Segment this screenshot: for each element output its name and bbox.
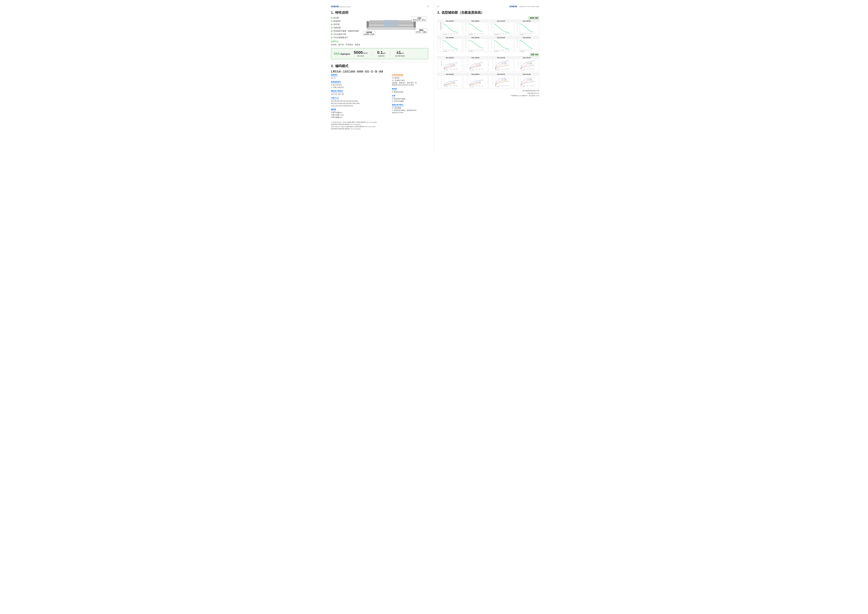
svg-text:800: 800 bbox=[507, 86, 508, 86]
svg-text:0: 0 bbox=[440, 49, 440, 50]
svg-text:600: 600 bbox=[479, 69, 480, 70]
svg-text:Load 40 kg: Load 40 kg bbox=[529, 80, 532, 81]
svg-text:20: 20 bbox=[465, 30, 467, 31]
svg-text:Payload [kg]: Payload [kg] bbox=[494, 34, 499, 35]
svg-text:60: 60 bbox=[440, 26, 441, 27]
enc-val-cable: S*: 标准规格C: 其他长度与接头，请连系HIWIN MIKROSYSTEM bbox=[392, 107, 428, 114]
svg-text:0: 0 bbox=[470, 69, 470, 70]
label-base-title: 铝挤底座 bbox=[366, 31, 372, 33]
chart-title: SSA-18S200 bbox=[463, 56, 488, 59]
svg-text:Stroke [mm]: Stroke [mm] bbox=[495, 86, 499, 87]
svg-text:20: 20 bbox=[465, 47, 467, 48]
svg-text:200: 200 bbox=[447, 69, 448, 70]
chart-ssa18c100-accel: SSA-18C100 0 20 40 60 80 120 0 10 20 30 bbox=[489, 20, 514, 35]
chart-svg: 0 1.0 2.0 3.0 4.0 0 200 400 600 800 Stro… bbox=[515, 59, 539, 72]
svg-text:Stroke [mm]: Stroke [mm] bbox=[495, 70, 499, 71]
svg-text:0: 0 bbox=[467, 68, 467, 69]
svg-text:Load 1 kg: Load 1 kg bbox=[503, 78, 506, 79]
svg-text:20: 20 bbox=[525, 33, 526, 34]
chart-svg: 0 20 40 60 80 120 0 10 20 30 40 50 Paylo… bbox=[489, 39, 513, 51]
svg-text:Payload [kg]: Payload [kg] bbox=[469, 51, 473, 51]
svg-text:2.0: 2.0 bbox=[467, 76, 468, 77]
svg-text:Load 1 kg: Load 1 kg bbox=[452, 64, 455, 64]
svg-text:60: 60 bbox=[517, 43, 518, 44]
svg-text:0: 0 bbox=[491, 49, 491, 50]
svg-text:60: 60 bbox=[465, 26, 467, 27]
label-top-title: 上盖板 bbox=[417, 17, 421, 19]
svg-text:0: 0 bbox=[441, 68, 442, 69]
section3-title: 3. 选型辅助图（负载速度曲线） bbox=[437, 10, 539, 15]
svg-text:Load 30 kg: Load 30 kg bbox=[452, 65, 455, 66]
svg-text:1.0: 1.0 bbox=[492, 83, 493, 84]
enc-item-cover: 外罩 S: 标准外罩与侧盖N: 无外罩与侧盖 bbox=[392, 95, 428, 103]
enc-label-driver: 驱动器 bbox=[392, 88, 397, 90]
svg-text:0: 0 bbox=[491, 33, 491, 34]
svg-text:Load 40 kg: Load 40 kg bbox=[452, 83, 455, 84]
svg-text:2.0: 2.0 bbox=[492, 65, 493, 65]
svg-text:0: 0 bbox=[517, 33, 517, 34]
svg-text:Stroke [mm]: Stroke [mm] bbox=[444, 86, 448, 87]
chart-svg: 0 20 40 60 80 120 0 10 20 30 40 Payload … bbox=[515, 39, 539, 51]
enc-label-stroke: 行程 [mm] bbox=[331, 97, 339, 99]
svg-text:Load 50 kg: Load 50 kg bbox=[477, 83, 480, 84]
chart-title: SSA-18C200 bbox=[515, 56, 539, 59]
svg-rect-5 bbox=[384, 20, 398, 28]
accel-subtitle: 加速度~负载 bbox=[529, 17, 539, 19]
svg-text:50: 50 bbox=[508, 33, 509, 34]
hiwin-logo-right: HIWIN bbox=[509, 5, 517, 8]
svg-text:120: 120 bbox=[465, 23, 467, 24]
enc-label-cable: 接线长度与接头 bbox=[392, 104, 403, 107]
hl-res-value: 0.1 bbox=[377, 50, 383, 55]
svg-text:40: 40 bbox=[530, 33, 531, 34]
svg-text:30: 30 bbox=[528, 50, 529, 51]
enc-left: 宽度系列 18, 20 直线电机型式 S: 铁心式LMSAC: 无铁心U型LMC… bbox=[331, 74, 390, 120]
chart-title: SSA-20S500 bbox=[463, 36, 488, 39]
label-base: 铝挤底座 铝挤素材一体成形 bbox=[363, 31, 375, 36]
svg-text:Stroke [mm]: Stroke [mm] bbox=[470, 70, 473, 71]
product-image-area: 上盖板 保护机台内部、高安全 强盖板 把手设计、好搬运 bbox=[362, 17, 428, 46]
svg-text:200: 200 bbox=[524, 69, 525, 70]
section3-num: 3. bbox=[437, 11, 440, 15]
app-text: 自动化、电子业、半导体业、包装业 bbox=[331, 44, 360, 46]
svg-text:Load 15 kg: Load 15 kg bbox=[503, 79, 506, 80]
section3: 3. 选型辅助图（负载速度曲线） 加速度~负载 SSA-18S100 Accel… bbox=[437, 10, 539, 97]
feature-text: 可以支援复数动子 bbox=[333, 36, 348, 39]
accel-charts-row1: SSA-18S100 Acceleration [m/s²] 0 20 40 6… bbox=[437, 20, 539, 35]
feature-item: 高CP值 bbox=[331, 23, 360, 26]
svg-text:20: 20 bbox=[474, 33, 475, 34]
svg-text:30: 30 bbox=[528, 33, 529, 34]
svg-text:20: 20 bbox=[440, 30, 441, 31]
svg-text:40: 40 bbox=[530, 50, 531, 51]
svg-text:20: 20 bbox=[500, 33, 501, 34]
enc-label-force: 额定推力等级(N) bbox=[331, 90, 343, 93]
ssa-badge: SSA bbox=[334, 52, 340, 55]
svg-text:0: 0 bbox=[444, 86, 444, 86]
svg-text:Stroke [mm]: Stroke [mm] bbox=[521, 70, 524, 71]
chart-ssa18c100-speed: SSA-18C100 0 1.0 2.0 3.0 4.0 5.0 0 bbox=[489, 56, 514, 72]
svg-text:40: 40 bbox=[491, 45, 492, 46]
svg-text:400: 400 bbox=[527, 86, 528, 86]
enc-item-encoder: 编码器 G:数字光栅1μmK:数字光栅 0.1μmE:数字磁栅1μm bbox=[331, 108, 390, 118]
svg-text:800: 800 bbox=[456, 69, 457, 70]
svg-rect-9 bbox=[368, 28, 414, 30]
svg-text:4.0: 4.0 bbox=[492, 61, 493, 62]
svg-text:0: 0 bbox=[518, 85, 519, 86]
chart-svg: 0 0.5 1.0 1.5 2.0 0 200 400 600 800 Stro… bbox=[437, 76, 462, 88]
hiwin-logo-left: HIWIN bbox=[331, 5, 339, 8]
label-strong-desc: 把手设计、好搬运 bbox=[416, 31, 426, 33]
section3-label: 选型辅助图（负载速度曲线） bbox=[442, 10, 484, 15]
app-title: 应用产业 bbox=[331, 40, 360, 43]
chart-title: SSA-20C200 bbox=[515, 36, 539, 39]
svg-text:1.0: 1.0 bbox=[467, 81, 468, 81]
chart-title: SSA-18C100 bbox=[489, 56, 513, 59]
chart-ssa20s500-speed: SSA-20S500 0 0.5 1.0 1.5 2.0 0 200 bbox=[463, 73, 488, 89]
svg-text:Load 1 kg: Load 1 kg bbox=[529, 78, 532, 79]
svg-text:60: 60 bbox=[491, 26, 492, 27]
chart-title: SSA-18S200 bbox=[463, 20, 488, 22]
feature-text: 可以支援长行程 bbox=[333, 33, 346, 36]
svg-text:120: 120 bbox=[440, 39, 441, 40]
ssa-brand: SSA Highlights bbox=[334, 52, 350, 56]
svg-text:400: 400 bbox=[502, 69, 503, 70]
chart-ssa18s200-speed: SSA-18S200 0 0.5 1.0 1.5 2.0 0 200 bbox=[463, 56, 488, 72]
svg-text:2.0: 2.0 bbox=[441, 76, 442, 77]
